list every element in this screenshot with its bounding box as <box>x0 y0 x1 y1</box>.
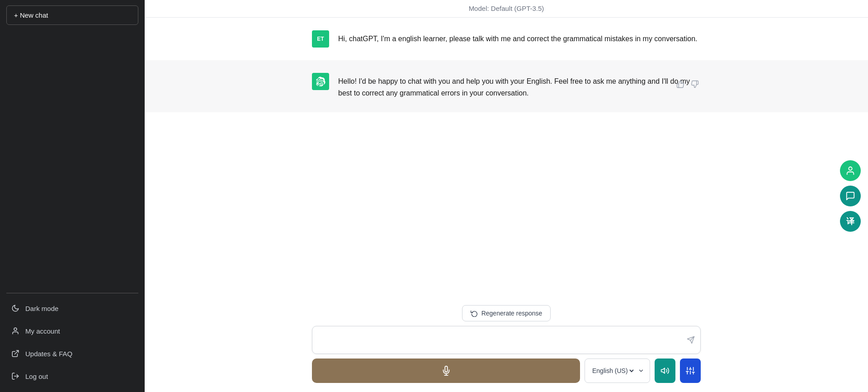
user-message-row: ET Hi, chatGPT, I'm a english learner, p… <box>145 18 868 60</box>
sidebar-item-label: Dark mode <box>25 305 58 312</box>
assistant-message-text: Hello! I'd be happy to chat with you and… <box>338 73 701 100</box>
right-float-buttons: 译 <box>840 160 861 232</box>
moon-icon <box>11 304 20 313</box>
chat-input[interactable] <box>320 333 678 345</box>
sidebar: + New chat Dark mode My account <box>0 0 145 392</box>
sidebar-item-label: Log out <box>25 373 48 380</box>
svg-marker-7 <box>661 368 665 373</box>
sidebar-item-dark-mode[interactable]: Dark mode <box>4 298 141 319</box>
language-dropdown[interactable]: English (US) Spanish French German Chine… <box>590 367 635 375</box>
sidebar-item-my-account[interactable]: My account <box>4 320 141 341</box>
translate-icon: 译 <box>846 216 854 227</box>
new-chat-button[interactable]: + New chat <box>6 5 138 25</box>
bottom-area: Regenerate response <box>145 300 868 392</box>
model-label: Model: Default (GPT-3.5) <box>469 5 544 12</box>
message-inner: Hello! I'd be happy to chat with you and… <box>312 73 701 100</box>
chat-header: Model: Default (GPT-3.5) <box>145 0 868 18</box>
chat-icon <box>845 191 855 201</box>
send-button[interactable] <box>687 336 695 344</box>
sidebar-item-label: Updates & FAQ <box>25 350 72 358</box>
extras-row: English (US) Spanish French German Chine… <box>312 359 701 383</box>
external-link-icon <box>11 349 20 358</box>
person-icon <box>11 326 20 335</box>
input-row: English (US) Spanish French German Chine… <box>312 326 701 383</box>
float-chat-button[interactable] <box>840 186 861 206</box>
gpt-avatar <box>312 73 329 90</box>
message-inner: ET Hi, chatGPT, I'm a english learner, p… <box>312 30 701 48</box>
tts-button[interactable] <box>655 359 675 383</box>
logout-icon <box>11 372 20 381</box>
float-translate-button[interactable]: 译 <box>840 211 861 232</box>
svg-point-17 <box>849 167 852 170</box>
microphone-button[interactable] <box>312 359 580 383</box>
chevron-down-icon <box>638 368 644 374</box>
svg-point-0 <box>14 328 17 330</box>
person-icon <box>845 166 855 176</box>
assistant-message-row: Hello! I'd be happy to chat with you and… <box>145 60 868 112</box>
settings-button[interactable] <box>680 359 701 383</box>
main-content: Model: Default (GPT-3.5) ET Hi, chatGPT,… <box>145 0 868 392</box>
sidebar-item-log-out[interactable]: Log out <box>4 366 141 387</box>
chat-area: ET Hi, chatGPT, I'm a english learner, p… <box>145 18 868 300</box>
user-message-text: Hi, chatGPT, I'm a english learner, plea… <box>338 30 701 45</box>
send-icon <box>687 336 695 344</box>
language-selector[interactable]: English (US) Spanish French German Chine… <box>585 359 650 383</box>
sidebar-item-label: My account <box>25 327 60 335</box>
regenerate-icon <box>471 310 478 317</box>
thumbs-down-button[interactable] <box>689 78 701 90</box>
float-profile-button[interactable] <box>840 160 861 181</box>
message-actions <box>675 78 701 90</box>
sidebar-divider <box>6 293 138 293</box>
thumbs-up-button[interactable] <box>675 78 686 90</box>
regenerate-button[interactable]: Regenerate response <box>462 305 551 321</box>
speaker-icon <box>660 366 670 375</box>
sliders-icon <box>686 366 695 375</box>
user-avatar: ET <box>312 30 329 48</box>
sidebar-item-updates-faq[interactable]: Updates & FAQ <box>4 343 141 364</box>
svg-line-1 <box>15 350 19 354</box>
chat-input-wrapper <box>312 326 701 354</box>
microphone-icon <box>441 366 451 376</box>
